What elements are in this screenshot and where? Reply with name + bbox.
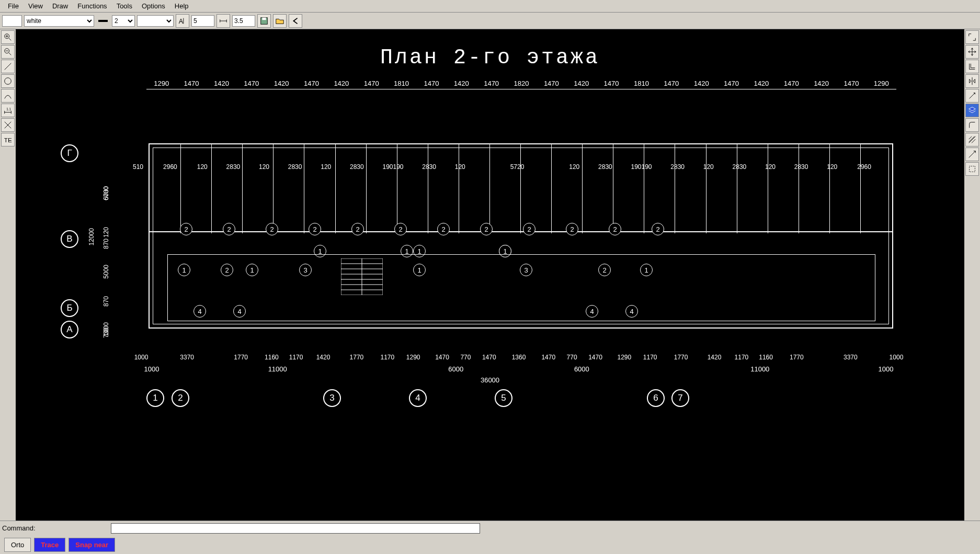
mirror-icon[interactable] bbox=[965, 74, 979, 88]
partition-wall bbox=[737, 144, 737, 233]
snap-near-toggle[interactable]: Snap near bbox=[69, 538, 115, 552]
select-icon[interactable] bbox=[965, 162, 979, 176]
total-dimension: 36000 bbox=[481, 376, 499, 384]
move-icon[interactable] bbox=[965, 45, 979, 59]
grid-axis-marker: 2 bbox=[172, 389, 189, 407]
dimension-icon[interactable]: 1.1 bbox=[1, 104, 15, 117]
dimension-value: 1290 bbox=[867, 80, 896, 87]
command-bar: Command: bbox=[0, 521, 980, 535]
staircase bbox=[341, 258, 383, 295]
open-button[interactable] bbox=[273, 14, 287, 28]
fit-icon[interactable] bbox=[965, 30, 979, 44]
dimension-value: 6730 bbox=[102, 186, 110, 200]
circle-icon[interactable] bbox=[1, 74, 15, 88]
offset-icon[interactable] bbox=[965, 60, 979, 73]
dimension-value: 1470 bbox=[357, 80, 386, 87]
text-size-input[interactable] bbox=[191, 15, 214, 27]
dimension-value: 1420 bbox=[326, 80, 356, 87]
dimension-value: 1000 bbox=[141, 365, 162, 373]
undo-button[interactable] bbox=[289, 14, 302, 28]
dimension-value: 1470 bbox=[580, 354, 611, 361]
drawing-canvas[interactable]: План 2-го этажа 129014701420147014201470… bbox=[16, 29, 964, 521]
svg-point-5 bbox=[5, 78, 12, 85]
status-bar: Orto Trace Snap near bbox=[0, 535, 980, 554]
dimension-value: 1770 bbox=[222, 354, 259, 361]
text-height-icon: A bbox=[176, 14, 189, 28]
partition-wall bbox=[397, 144, 397, 233]
zoom-in-icon[interactable] bbox=[1, 30, 15, 44]
rotate-icon[interactable] bbox=[965, 89, 979, 103]
save-button[interactable] bbox=[257, 14, 271, 28]
trim-icon[interactable] bbox=[1, 118, 15, 132]
menu-options[interactable]: Options bbox=[137, 1, 170, 12]
dimension-value: 6000 bbox=[519, 365, 645, 373]
dimension-value: 1420 bbox=[566, 80, 596, 87]
room-label-marker: 2 bbox=[566, 223, 578, 235]
linetype-select[interactable] bbox=[137, 15, 174, 27]
grid-axis-marker: 3 bbox=[323, 389, 341, 407]
line-icon[interactable] bbox=[1, 60, 15, 73]
partition-wall bbox=[242, 144, 243, 233]
dimension-value: 1000 bbox=[886, 354, 907, 361]
dimension-value: 1290 bbox=[146, 80, 176, 87]
grid-axis-marker: 4 bbox=[409, 389, 427, 407]
dimension-value: 120 bbox=[703, 163, 714, 171]
grid-axis-marker: 5 bbox=[495, 389, 512, 407]
orto-toggle[interactable]: Orto bbox=[4, 538, 31, 552]
dimension-value: 11000 bbox=[645, 365, 875, 373]
top-dimension-row: 1290147014201470142014701420147018101470… bbox=[146, 80, 896, 87]
menu-tools[interactable]: Tools bbox=[112, 1, 137, 12]
svg-text:1.1: 1.1 bbox=[6, 107, 11, 111]
partition-wall bbox=[860, 144, 861, 233]
svg-text:A: A bbox=[179, 17, 184, 25]
grid-axis-marker: В bbox=[61, 230, 78, 248]
dimension-value: 3370 bbox=[815, 354, 886, 361]
dimension-value: 1290 bbox=[611, 354, 638, 361]
menu-functions[interactable]: Functions bbox=[73, 1, 111, 12]
room-label-marker: 2 bbox=[223, 223, 235, 235]
partition-wall bbox=[829, 144, 830, 233]
grid-axis-marker: Г bbox=[61, 144, 78, 162]
dimension-value: 190 bbox=[393, 163, 403, 171]
dim-size-input[interactable] bbox=[232, 15, 255, 27]
dimension-value: 1170 bbox=[375, 354, 400, 361]
menu-draw[interactable]: Draw bbox=[48, 1, 73, 12]
hatch-icon[interactable] bbox=[965, 133, 979, 146]
left-toolbar: 1.1 TE bbox=[0, 29, 16, 521]
dimension-value: 1470 bbox=[777, 80, 806, 87]
command-input[interactable] bbox=[111, 523, 480, 534]
dimension-value: 1470 bbox=[474, 354, 505, 361]
dimension-value: 120 bbox=[259, 163, 269, 171]
dimension-value: 1420 bbox=[266, 80, 296, 87]
lineweight-icon bbox=[96, 15, 110, 27]
dimension-value: 1470 bbox=[596, 80, 626, 87]
vert-dim-total: 12000 bbox=[88, 228, 95, 245]
zoom-out-icon[interactable] bbox=[1, 45, 15, 59]
dimension-value: 870 bbox=[102, 239, 110, 249]
dimension-value: 1160 bbox=[754, 354, 778, 361]
menu-bar: File View Draw Functions Tools Options H… bbox=[0, 0, 980, 13]
partition-wall bbox=[459, 144, 459, 233]
room-label-marker: 2 bbox=[652, 223, 664, 235]
dimension-value: 2830 bbox=[404, 163, 455, 171]
color-select[interactable]: white bbox=[24, 15, 94, 27]
dimension-value: 6000 bbox=[393, 365, 519, 373]
menu-view[interactable]: View bbox=[24, 1, 48, 12]
partition-wall bbox=[799, 144, 799, 233]
lineweight-select[interactable]: 2 bbox=[112, 15, 135, 27]
dimension-value: 1770 bbox=[338, 354, 375, 361]
dimension-value: 190 bbox=[631, 163, 641, 171]
inner-dimension-row: 5102960120283012028301202830190190283012… bbox=[133, 163, 891, 171]
menu-help[interactable]: Help bbox=[170, 1, 193, 12]
trace-toggle[interactable]: Trace bbox=[34, 538, 65, 552]
dimension-value: 2830 bbox=[652, 163, 703, 171]
extend-icon[interactable] bbox=[965, 148, 979, 161]
text-icon[interactable]: TE bbox=[1, 133, 15, 146]
fillet-icon[interactable] bbox=[965, 118, 979, 132]
color-swatch[interactable] bbox=[2, 15, 22, 27]
layer-icon[interactable] bbox=[965, 104, 979, 117]
partition-wall bbox=[366, 144, 367, 233]
dimension-value: 11000 bbox=[162, 365, 393, 373]
arc-icon[interactable] bbox=[1, 89, 15, 103]
menu-file[interactable]: File bbox=[3, 1, 24, 12]
